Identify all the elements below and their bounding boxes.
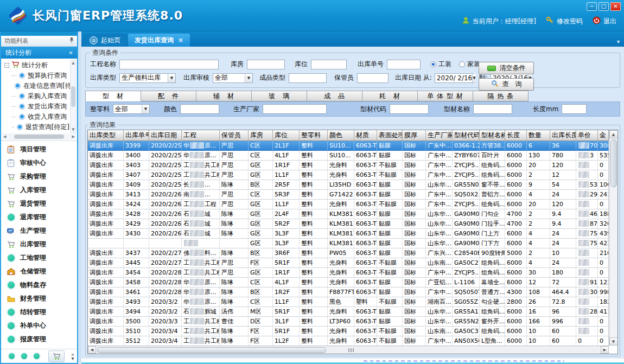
sidebar-menu-item[interactable]: 入库管理 (1, 183, 77, 197)
grid-row[interactable]: 调拨出库34072020/2/25工共工程严思G区1L1F整料光身料6063-T… (88, 170, 617, 180)
grid-row[interactable]: 调拨出库35002020/3/3工共工程曹佳D区3L1F整料LT3P606063… (88, 317, 617, 327)
dropdown-arrow-icon[interactable]: ▼ (472, 74, 475, 82)
material-tab[interactable]: 单 体 型 材 (417, 91, 473, 101)
scroll-up-icon[interactable]: ▲ (72, 61, 74, 65)
tree-root-statistics[interactable]: - 统计分析 (4, 60, 69, 71)
order-no-input[interactable] (387, 60, 421, 69)
dropdown-arrow-icon[interactable]: ▼ (168, 74, 175, 82)
radio-workwear-dot[interactable] (430, 61, 436, 67)
grid-header-cell[interactable]: 库房 (249, 130, 273, 141)
more-modules-chevron[interactable]: »▾ (71, 353, 74, 360)
grid-row[interactable]: 调拨出库34032020/2/25工共工程严思G区1R1F整料光身料6063-T… (88, 161, 617, 170)
grid-header-cell[interactable]: 型材代码 (453, 130, 480, 141)
sidebar-menu-item[interactable]: 财务管理 (1, 292, 77, 305)
warehouse-input[interactable] (247, 60, 285, 69)
grid-horizontal-scrollbar[interactable]: ◀ ▶ (88, 346, 609, 354)
out-type-select[interactable]: 生产领料出库▼ (119, 73, 176, 83)
section-header-statistics[interactable]: 统计分析 « (1, 47, 77, 59)
grid-row[interactable]: 调拨出库34282020/2/26石城陈琳G区2L4F整料KLM38176063… (88, 209, 617, 219)
sidebar-menu-item[interactable]: 补单中心 (1, 319, 77, 333)
search-button[interactable]: 查 询 (479, 78, 534, 91)
audit-select[interactable]: 全部▼ (213, 73, 253, 83)
scroll-right-icon[interactable]: ▶ (601, 346, 609, 354)
grid-header-cell[interactable]: 库位 (273, 130, 300, 141)
radio-homewear[interactable]: 家装 (459, 60, 480, 69)
dropdown-arrow-icon[interactable]: ▼ (245, 74, 252, 82)
grid-header-cell[interactable]: 出库长度 (550, 130, 576, 141)
tree-horizontal-scrollbar[interactable]: ◀ ▶ (2, 133, 76, 140)
date-from-select[interactable]: 2020/ 2/16▼ (435, 73, 474, 83)
sidebar-tree-item[interactable]: 退货查询[待定] (12, 122, 69, 132)
grid-header-cell[interactable]: 膜厚 (403, 130, 426, 141)
grid-row[interactable]: 调拨出库34582020/2/28华原...陈琳C区4L1F整料光身料6063-… (88, 278, 617, 288)
scroll-up-icon[interactable]: ▲ (609, 130, 618, 138)
scroll-right-icon[interactable]: ▶ (72, 135, 75, 139)
module-dot-icon[interactable] (9, 353, 15, 359)
module-dot-icon[interactable] (34, 353, 40, 359)
sidebar-menu-item[interactable]: 结转管理 (1, 305, 77, 319)
grid-row[interactable]: 调拨出库34612020/2/28华原...陈琳B区1R2F整料F8877FT6… (88, 288, 617, 297)
sidebar-tree-item[interactable]: 在途信息查询[待 (12, 81, 69, 91)
color-input[interactable] (180, 104, 219, 114)
sidebar-menu-item[interactable]: 仓储管理 (1, 265, 77, 278)
profile-name-input[interactable] (473, 104, 512, 114)
tree-vertical-scrollbar[interactable]: ▲ ▼ (70, 60, 77, 133)
module-dot-icon[interactable] (21, 353, 27, 359)
material-tab[interactable]: 型 材 (85, 91, 141, 101)
profile-code-input[interactable] (390, 104, 429, 114)
grid-row[interactable]: 调拨出库35102020/3/4工共工程陈琳F区5R1F整料光身料6063-T5… (88, 327, 617, 336)
material-tab[interactable]: 成 品 (307, 91, 362, 101)
sidebar-tree-item[interactable]: 采购入库查询 (12, 91, 69, 101)
vertical-scroll-thumb[interactable] (610, 139, 617, 187)
product-type-input[interactable] (289, 73, 327, 83)
sidebar-menu-item[interactable]: 审核中心 (1, 156, 77, 170)
grid-row[interactable]: 调拨出库34292020/2/26石城陈琳G区5R2F整料KLM38176063… (88, 219, 617, 229)
change-password[interactable]: 修改密码 (546, 16, 583, 26)
close-button[interactable]: ✕ (610, 2, 621, 11)
radio-homewear-dot[interactable] (459, 61, 465, 67)
project-name-input[interactable] (119, 60, 219, 69)
grid-header-cell[interactable]: 数量 (527, 130, 550, 141)
grid-header-cell[interactable]: 颜色 (328, 130, 354, 141)
sidebar-menu-item[interactable]: 出库管理 (1, 238, 77, 251)
material-tab[interactable]: 辅 材 (196, 91, 252, 101)
material-tab[interactable]: 玻 璃 (251, 91, 307, 101)
radio-workwear[interactable]: 工装 (430, 60, 451, 69)
tab-list-chevron-icon[interactable]: ▾ (617, 39, 620, 44)
module-cart-button[interactable] (48, 350, 65, 362)
grid-row[interactable]: 调拨出库34242020/2/26工工程严思G区1L1F整料光身料6063-T5… (88, 200, 617, 209)
grid-header-cell[interactable]: 工程 (182, 130, 220, 141)
tab-home[interactable]: ⌂起始页 (83, 34, 127, 47)
logout[interactable]: 退出 (593, 16, 616, 26)
horizontal-scroll-thumb[interactable] (97, 347, 326, 353)
sidebar-menu-item[interactable]: 工地管理 (1, 251, 77, 265)
grid-row[interactable]: 调拨出库34932020/3/2华原...陈琳C区1L1F整料黑色塑料不贴膜国标… (88, 297, 617, 307)
grid-row[interactable]: 调拨出库34372020/2/27佛料...陈琳B区3R6F整料PW056063… (88, 248, 617, 258)
sidebar-menu-item[interactable]: 项目管理 (1, 143, 77, 156)
collapse-icon[interactable]: « (69, 47, 73, 59)
material-tab[interactable]: 隔 热 条 (473, 91, 529, 101)
grid-header-cell[interactable]: 保管员 (220, 130, 249, 141)
part-select[interactable]: 全部▼ (113, 104, 150, 114)
tab-active[interactable]: 发货出库查询× (128, 34, 190, 47)
grid-header-cell[interactable]: 生产厂家 (426, 130, 453, 141)
sidebar-menu-item[interactable]: 退货管理 (1, 197, 77, 210)
grid-header-cell[interactable]: 出库日期 (149, 130, 182, 141)
grid-row[interactable]: 调拨出库34542020/2/28工共工程严思G区1R1F整料光身料6063-T… (88, 268, 617, 278)
minimize-button[interactable]: ─ (587, 2, 597, 11)
material-tab[interactable]: 配 件 (141, 91, 196, 101)
sidebar-menu-item[interactable]: 物料盘存 (1, 278, 77, 292)
grid-vertical-scrollbar[interactable]: ▲ ▼ (609, 130, 617, 346)
scroll-down-icon[interactable]: ▼ (609, 337, 618, 346)
sidebar-menu-item[interactable]: 生产管理 (1, 224, 77, 238)
grid-header-cell[interactable]: 单价 (576, 130, 598, 141)
length-input[interactable] (562, 104, 587, 114)
grid-header-cell[interactable]: 出库单号 (124, 130, 149, 141)
grid-row[interactable]: 调拨出库34302020/2/26石城陈琳G区3L3F整料KLM38176063… (88, 229, 617, 239)
maximize-button[interactable]: □ (598, 2, 609, 11)
scroll-down-icon[interactable]: ▼ (72, 127, 74, 132)
location-input[interactable] (311, 60, 347, 69)
sidebar-tree-item[interactable]: 发货出库查询 (12, 101, 69, 112)
grid-header-cell[interactable]: 出库类型 (88, 130, 124, 141)
scroll-left-icon[interactable]: ◀ (88, 346, 96, 354)
